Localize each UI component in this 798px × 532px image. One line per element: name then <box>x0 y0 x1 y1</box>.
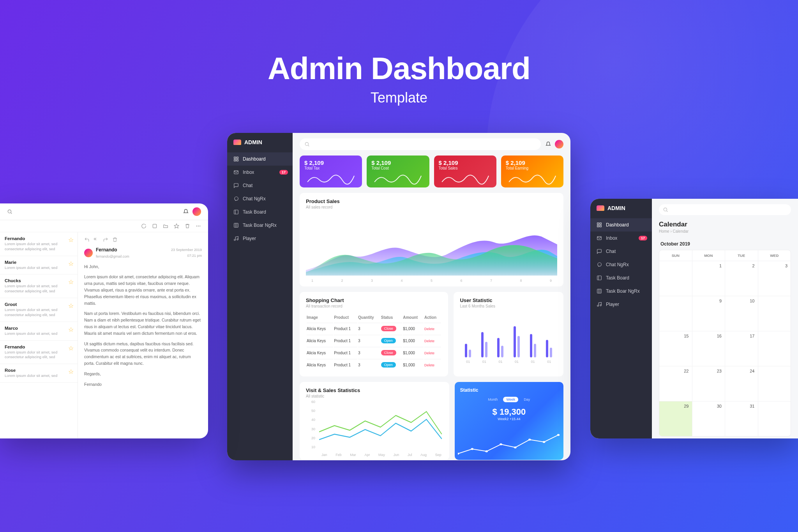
axis-tick: 40 <box>304 418 315 422</box>
delete-link[interactable]: Delete <box>424 339 434 343</box>
table-row[interactable]: Alicia KeysProduct 13Close$1,000Delete <box>307 323 441 334</box>
email-list-item[interactable]: MarcoLorem ipsum dolor sit amet, sed☆ <box>0 322 78 341</box>
segment-week[interactable]: Week <box>503 397 518 402</box>
calendar-day[interactable] <box>758 401 791 436</box>
sidebar-item-task-board[interactable]: Task Board <box>227 205 293 219</box>
calendar-day[interactable]: 16 <box>692 331 725 366</box>
calendar-day[interactable]: 22 <box>659 366 692 401</box>
calendar-day[interactable]: 2 <box>725 261 758 296</box>
bar-group <box>530 334 536 357</box>
email-body: Lorem ipsum dolor sit amet, consectetur … <box>84 274 202 306</box>
sidebar-item-task-boar-ngrx[interactable]: Task Boar NgRx <box>227 219 293 232</box>
calendar-day[interactable]: 23 <box>692 366 725 401</box>
sidebar-item-chat[interactable]: Chat <box>227 179 293 192</box>
stat-card-total-cost[interactable]: $ 2,109Total Cost <box>367 156 429 187</box>
email-sign: Regards, <box>84 371 202 377</box>
sidebar-item-label: Player <box>606 302 619 307</box>
calendar-day[interactable]: 30 <box>692 401 725 436</box>
calendar-day[interactable]: 15 <box>659 331 692 366</box>
reply-all-icon[interactable] <box>94 237 99 242</box>
tag-icon[interactable] <box>152 223 157 229</box>
email-list-item[interactable]: RoseLorem ipsum dolor sit amet, sed☆ <box>0 364 78 383</box>
star-icon[interactable] <box>174 223 179 229</box>
cell-amount: $1,000 <box>403 323 424 334</box>
calendar-day[interactable]: 17 <box>725 331 758 366</box>
star-icon[interactable]: ☆ <box>68 345 74 352</box>
email-list-item[interactable]: ChucksLorem ipsum dolor sit amet, sed co… <box>0 274 78 298</box>
search-input[interactable] <box>300 138 541 150</box>
star-icon[interactable]: ☆ <box>68 278 74 286</box>
table-row[interactable]: Alicia KeysProduct 13Open$1,000Delete <box>307 335 441 346</box>
star-icon[interactable]: ☆ <box>68 236 74 244</box>
trash-icon[interactable] <box>185 223 190 229</box>
folder-icon[interactable] <box>163 223 168 229</box>
sidebar-item-dashboard[interactable]: Dashboard <box>590 218 652 232</box>
sidebar-item-inbox[interactable]: Inbox17 <box>590 232 652 245</box>
shopping-panel: Shopping Chart All transaction record Im… <box>300 292 448 376</box>
sidebar-item-chat-ngrx[interactable]: Chat NgRx <box>227 192 293 205</box>
calendar-day[interactable]: 3 <box>758 261 791 296</box>
email-list-item[interactable]: FernandoLorem ipsum dolor sit amet, sed … <box>0 232 78 256</box>
reply-icon[interactable] <box>84 237 90 242</box>
sidebar-item-inbox[interactable]: Inbox17 <box>227 166 293 179</box>
star-icon[interactable]: ☆ <box>68 326 74 333</box>
sidebar-item-player[interactable]: Player <box>227 232 293 245</box>
segment-month[interactable]: Month <box>485 397 501 402</box>
forward-icon[interactable] <box>103 237 108 242</box>
sidebar-item-chat-ngrx[interactable]: Chat NgRx <box>590 258 652 271</box>
calendar-day[interactable]: 9 <box>692 296 725 331</box>
avatar[interactable] <box>555 140 563 148</box>
svg-rect-24 <box>153 224 156 228</box>
status-badge: Close <box>381 326 396 331</box>
star-icon[interactable]: ☆ <box>68 368 74 375</box>
calendar-day[interactable] <box>758 366 791 401</box>
sidebar-item-player[interactable]: Player <box>590 298 652 311</box>
stat-card-total-earning[interactable]: $ 2,109Total Earning <box>501 156 563 187</box>
music-icon <box>597 302 602 307</box>
axis-tick: Jul <box>408 453 412 457</box>
delete-link[interactable]: Delete <box>424 363 434 367</box>
more-icon[interactable] <box>196 223 201 229</box>
stat-card-total-tax[interactable]: $ 2,109Total Tax <box>300 156 362 187</box>
table-row[interactable]: Alicia KeysProduct 13Open$1,000Delete <box>307 359 441 370</box>
delete-link[interactable]: Delete <box>424 351 434 355</box>
calendar-day[interactable]: 1 <box>692 261 725 296</box>
calendar-day[interactable] <box>659 296 692 331</box>
table-row[interactable]: Alicia KeysProduct 13Close$1,000Delete <box>307 347 441 358</box>
star-icon[interactable]: ☆ <box>68 302 74 309</box>
email-list-item[interactable]: GrootLorem ipsum dolor sit amet, sed con… <box>0 298 78 322</box>
refresh-icon[interactable] <box>141 223 147 229</box>
email-list-item[interactable]: FernandoLorem ipsum dolor sit amet, sed … <box>0 341 78 364</box>
trash-icon[interactable] <box>112 237 118 242</box>
calendar-day[interactable]: 31 <box>725 401 758 436</box>
calendar-day[interactable] <box>758 331 791 366</box>
search-icon[interactable] <box>7 209 12 214</box>
sidebar-item-label: Task Board <box>243 209 266 215</box>
sidebar-item-label: Inbox <box>243 170 254 175</box>
brand: ADMIN <box>227 133 293 152</box>
delete-link[interactable]: Delete <box>424 327 434 331</box>
axis-tick: 3 <box>371 279 373 283</box>
calendar-day[interactable] <box>659 261 692 296</box>
search-input[interactable] <box>659 204 791 215</box>
calendar-day[interactable]: 10 <box>725 296 758 331</box>
sidebar-item-task-board[interactable]: Task Board <box>590 271 652 285</box>
avatar[interactable] <box>192 207 201 216</box>
star-icon[interactable]: ☆ <box>68 260 74 267</box>
stat-card-total-sales[interactable]: $ 2,109Total Sales <box>434 156 496 187</box>
calendar-day[interactable]: 24 <box>725 366 758 401</box>
svg-point-10 <box>234 239 236 241</box>
notification-icon[interactable] <box>183 209 189 214</box>
notification-icon[interactable] <box>546 141 551 147</box>
email-toolbar <box>0 220 208 232</box>
list-item-preview: Lorem ipsum dolor sit amet, sed consecte… <box>5 350 73 360</box>
statistic-caption: Week2 +15.44 <box>460 417 558 421</box>
calendar-day[interactable] <box>758 296 791 331</box>
sidebar-item-task-boar-ngrx[interactable]: Task Boar NgRx <box>590 285 652 298</box>
sidebar-item-chat[interactable]: Chat <box>590 245 652 258</box>
calendar-day[interactable]: 29 <box>659 401 692 436</box>
sidebar-item-dashboard[interactable]: Dashboard <box>227 152 293 166</box>
email-list-item[interactable]: MarieLorem ipsum dolor sit amet, sed☆ <box>0 256 78 275</box>
cell-status: Open <box>381 335 402 346</box>
segment-day[interactable]: Day <box>521 397 533 402</box>
